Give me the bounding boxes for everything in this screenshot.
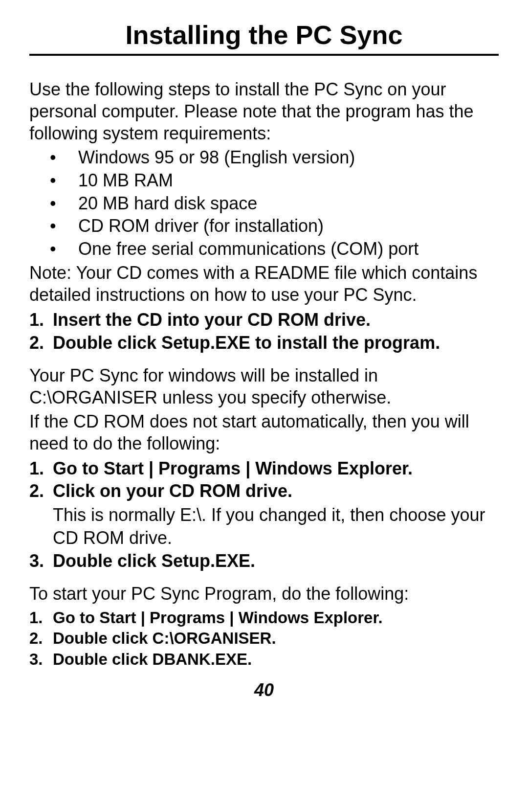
start-steps: Go to Start | Programs | Windows Explore… xyxy=(29,608,499,671)
list-item: 20 MB hard disk space xyxy=(29,192,499,215)
list-item: CD ROM driver (for installation) xyxy=(29,215,499,238)
install-steps-1: Insert the CD into your CD ROM drive. Do… xyxy=(29,309,499,355)
note-paragraph: Note: Your CD comes with a README file w… xyxy=(29,262,499,306)
title-underline xyxy=(29,54,499,56)
list-item: One free serial communications (COM) por… xyxy=(29,238,499,261)
install-steps-2: Go to Start | Programs | Windows Explore… xyxy=(29,457,499,573)
step-item: Double click DBANK.EXE. xyxy=(29,649,499,670)
step-text: Double click Setup.EXE. xyxy=(53,551,255,571)
page-title: Installing the PC Sync xyxy=(29,20,499,50)
list-item: 10 MB RAM xyxy=(29,169,499,192)
requirements-list: Windows 95 or 98 (English version) 10 MB… xyxy=(29,146,499,261)
manual-start-paragraph: If the CD ROM does not start automatical… xyxy=(29,410,499,454)
step-item: Go to Start | Programs | Windows Explore… xyxy=(29,457,499,480)
step-item: Click on your CD ROM drive. This is norm… xyxy=(29,480,499,549)
step-item: Double click Setup.EXE. xyxy=(29,550,499,573)
step-text: Go to Start | Programs | Windows Explore… xyxy=(53,458,413,478)
install-location-paragraph: Your PC Sync for windows will be install… xyxy=(29,364,499,408)
document-page: Installing the PC Sync Use the following… xyxy=(0,0,528,710)
list-item: Windows 95 or 98 (English version) xyxy=(29,146,499,169)
step-item: Double click Setup.EXE to install the pr… xyxy=(29,332,499,355)
step-text: Click on your CD ROM drive. xyxy=(53,481,292,501)
step-item: Insert the CD into your CD ROM drive. xyxy=(29,309,499,332)
step-subtext: This is normally E:\. If you changed it,… xyxy=(53,504,499,550)
page-number: 40 xyxy=(29,680,499,700)
intro-paragraph: Use the following steps to install the P… xyxy=(29,78,499,144)
start-program-paragraph: To start your PC Sync Program, do the fo… xyxy=(29,583,499,605)
step-item: Double click C:\ORGANISER. xyxy=(29,628,499,649)
step-item: Go to Start | Programs | Windows Explore… xyxy=(29,608,499,629)
